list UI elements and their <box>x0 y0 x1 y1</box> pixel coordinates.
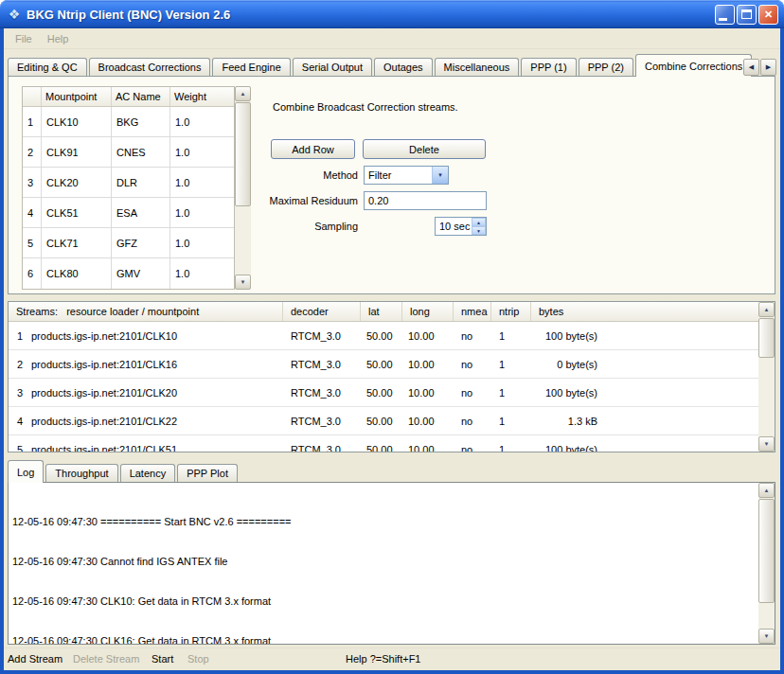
tab-editing-qc[interactable]: Editing & QC <box>8 58 87 76</box>
table-row[interactable]: 2 CLK91 CNES 1.0 <box>23 137 234 168</box>
decoder-cell[interactable]: RTCM_3.0 <box>283 379 361 406</box>
resource-cell[interactable]: products.igs-ip.net:2101/CLK10 <box>31 322 283 349</box>
delete-button[interactable]: Delete <box>363 139 486 159</box>
ac-name-cell[interactable]: BKG <box>112 107 170 137</box>
tab-scroll-left-button[interactable]: ◀ <box>743 59 759 76</box>
stream-row[interactable]: 1 products.igs-ip.net:2101/CLK10 RTCM_3.… <box>9 322 758 350</box>
start-action[interactable]: Start <box>151 653 173 665</box>
stream-row[interactable]: 3 products.igs-ip.net:2101/CLK20 RTCM_3.… <box>9 379 758 407</box>
weight-cell[interactable]: 1.0 <box>170 168 234 198</box>
spin-down-icon[interactable]: ▼ <box>472 226 486 235</box>
tab-ppp-1[interactable]: PPP (1) <box>521 58 576 76</box>
tab-feed-engine[interactable]: Feed Engine <box>212 58 290 76</box>
nmea-cell[interactable]: no <box>454 379 491 406</box>
tab-throughput[interactable]: Throughput <box>45 464 117 482</box>
resource-cell[interactable]: products.igs-ip.net:2101/CLK22 <box>31 407 283 435</box>
combine-table-scrollbar[interactable]: ▲ ▼ <box>235 86 251 290</box>
scrollbar-thumb[interactable] <box>758 499 775 603</box>
mountpoint-cell[interactable]: CLK51 <box>42 198 112 228</box>
weight-cell[interactable]: 1.0 <box>170 107 234 137</box>
scroll-down-icon[interactable]: ▼ <box>235 275 251 290</box>
log-output[interactable]: 12-05-16 09:47:30 ========== Start BNC v… <box>8 482 775 645</box>
long-cell[interactable]: 10.00 <box>402 407 454 435</box>
weight-cell[interactable]: 1.0 <box>170 198 234 228</box>
delete-stream-action[interactable]: Delete Stream <box>73 653 139 665</box>
ntrip-cell[interactable]: 1 <box>491 379 531 406</box>
ac-name-cell[interactable]: ESA <box>112 198 170 228</box>
nmea-cell[interactable]: no <box>454 407 491 435</box>
tab-scroll-right-button[interactable]: ▶ <box>760 59 776 76</box>
decoder-cell[interactable]: RTCM_3.0 <box>283 435 361 452</box>
mountpoint-cell[interactable]: CLK10 <box>42 107 112 137</box>
nmea-cell[interactable]: no <box>454 322 491 349</box>
nmea-cell[interactable]: no <box>454 350 491 378</box>
decoder-cell[interactable]: RTCM_3.0 <box>283 407 361 435</box>
mountpoint-cell[interactable]: CLK20 <box>42 168 112 198</box>
method-dropdown[interactable]: Filter ▼ <box>364 166 449 185</box>
table-row[interactable]: 6 CLK80 GMV 1.0 <box>23 258 234 289</box>
stream-row[interactable]: 4 products.igs-ip.net:2101/CLK22 RTCM_3.… <box>9 407 758 435</box>
lat-cell[interactable]: 50.00 <box>361 379 402 406</box>
weight-cell[interactable]: 1.0 <box>170 258 234 289</box>
mountpoint-cell[interactable]: CLK91 <box>42 137 112 168</box>
tab-miscellaneous[interactable]: Miscellaneous <box>435 58 520 76</box>
scroll-up-icon[interactable]: ▲ <box>758 483 775 498</box>
ac-name-cell[interactable]: DLR <box>112 168 170 198</box>
mountpoint-cell[interactable]: CLK71 <box>42 228 112 258</box>
maximize-button[interactable] <box>737 5 757 25</box>
decoder-cell[interactable]: RTCM_3.0 <box>283 350 361 378</box>
table-row[interactable]: 4 CLK51 ESA 1.0 <box>23 198 234 228</box>
lat-cell[interactable]: 50.00 <box>361 435 402 452</box>
ntrip-cell[interactable]: 1 <box>491 407 531 435</box>
ac-name-cell[interactable]: GMV <box>112 258 170 289</box>
tab-combine-corrections[interactable]: Combine Corrections <box>635 54 752 77</box>
ac-name-cell[interactable]: GFZ <box>112 228 170 258</box>
close-button[interactable]: ✕ <box>758 5 778 25</box>
stream-row[interactable]: 2 products.igs-ip.net:2101/CLK16 RTCM_3.… <box>9 350 758 379</box>
resource-cell[interactable]: products.igs-ip.net:2101/CLK16 <box>31 350 283 378</box>
long-cell[interactable]: 10.00 <box>402 435 454 452</box>
decoder-cell[interactable]: RTCM_3.0 <box>283 322 361 349</box>
resource-cell[interactable]: products.igs-ip.net:2101/CLK20 <box>31 379 283 406</box>
tab-log[interactable]: Log <box>8 460 44 483</box>
ac-name-cell[interactable]: CNES <box>112 137 170 168</box>
scrollbar-thumb[interactable] <box>758 318 775 358</box>
add-row-button[interactable]: Add Row <box>271 139 355 159</box>
scroll-up-icon[interactable]: ▲ <box>235 86 251 101</box>
scroll-down-icon[interactable]: ▼ <box>758 436 775 452</box>
weight-cell[interactable]: 1.0 <box>170 137 234 168</box>
stop-action[interactable]: Stop <box>187 653 209 665</box>
scroll-up-icon[interactable]: ▲ <box>758 302 775 317</box>
menu-file[interactable]: File <box>8 31 40 46</box>
table-row[interactable]: 5 CLK71 GFZ 1.0 <box>23 228 234 258</box>
lat-cell[interactable]: 50.00 <box>361 350 402 378</box>
lat-cell[interactable]: 50.00 <box>361 322 402 349</box>
weight-cell[interactable]: 1.0 <box>170 228 234 258</box>
log-scrollbar[interactable]: ▲ ▼ <box>758 483 775 644</box>
ntrip-cell[interactable]: 1 <box>491 435 531 452</box>
long-cell[interactable]: 10.00 <box>402 322 454 349</box>
minimize-button[interactable] <box>715 5 735 25</box>
spin-up-icon[interactable]: ▲ <box>472 218 486 226</box>
long-cell[interactable]: 10.00 <box>402 379 454 406</box>
resource-cell[interactable]: products.igs-ip.net:2101/CLK51 <box>31 435 283 452</box>
add-stream-action[interactable]: Add Stream <box>8 653 62 665</box>
scroll-down-icon[interactable]: ▼ <box>758 629 775 644</box>
menu-help[interactable]: Help <box>40 31 77 46</box>
tab-serial-output[interactable]: Serial Output <box>293 58 372 76</box>
stream-row[interactable]: 5 products.igs-ip.net:2101/CLK51 RTCM_3.… <box>9 435 758 452</box>
chevron-down-icon[interactable]: ▼ <box>432 167 448 184</box>
residuum-input[interactable] <box>365 193 486 208</box>
tab-ppp-plot[interactable]: PPP Plot <box>177 464 238 482</box>
tab-latency[interactable]: Latency <box>120 464 176 482</box>
mountpoint-cell[interactable]: CLK80 <box>42 258 112 289</box>
tab-outages[interactable]: Outages <box>374 58 433 76</box>
tab-broadcast-corrections[interactable]: Broadcast Corrections <box>89 58 211 76</box>
ntrip-cell[interactable]: 1 <box>491 350 531 378</box>
long-cell[interactable]: 10.00 <box>402 350 454 378</box>
sampling-spinner[interactable]: 10 sec ▲ ▼ <box>435 217 487 236</box>
lat-cell[interactable]: 50.00 <box>361 407 402 435</box>
ntrip-cell[interactable]: 1 <box>491 322 531 349</box>
tab-ppp-2[interactable]: PPP (2) <box>579 58 633 76</box>
nmea-cell[interactable]: no <box>454 435 491 452</box>
